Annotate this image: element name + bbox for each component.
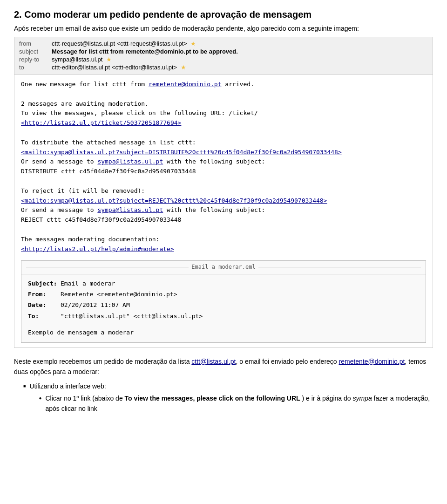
attachment-date-row: Date: 02/20/2012 11:07 AM <box>28 300 419 310</box>
attachment-subject-value: Email a moderar <box>61 278 115 289</box>
intro-text: Após receber um email de aviso que exist… <box>14 25 433 32</box>
email-line-reject-header: To reject it (it will be removed): <box>21 186 426 196</box>
email-line-docs: The messages moderating documentation: <box>21 235 426 245</box>
bold-view-messages: To view the messages, please click on th… <box>125 395 300 402</box>
email-to-row: to cttt-editor@listas.ul.pt <cttt-editor… <box>19 64 428 71</box>
web-step-1: Clicar no 1º link (abaixo de To view the… <box>39 393 433 414</box>
star-icon-replyto: ★ <box>106 56 112 63</box>
from-label: from <box>19 40 52 47</box>
email-line-or-send-reject: Or send a message to sympa@listas.ul.pt … <box>21 205 426 215</box>
email-body: One new message for list cttt from remet… <box>14 75 433 347</box>
attachment-from-label: From: <box>28 289 61 300</box>
option-web-interface: Utilizando a interface web: Clicar no 1º… <box>23 381 433 416</box>
email-replyto-row: reply-to sympa@listas.ul.pt ★ <box>19 56 428 63</box>
reject-subject: REJECT cttt c45f04d8e7f30f9c0a2d95490703… <box>21 215 426 225</box>
email-attachment: Email a moderar.eml Subject: Email a mod… <box>21 260 426 343</box>
option-web-label: Utilizando a interface web: <box>29 382 106 390</box>
email-line-distribute-header: To distribute the attached message in li… <box>21 138 426 148</box>
email-line-2: 2 messages are awaiting moderation. <box>21 99 426 109</box>
attachment-line-right <box>258 267 421 267</box>
attachment-date-value: 02/20/2012 11:07 AM <box>61 300 130 310</box>
attachment-headers: Subject: Email a moderar From: Remetente… <box>21 274 426 326</box>
attachment-to-row: To: "cttt@listas.ul.pt" <cttt@listas.ul.… <box>28 311 419 321</box>
web-interface-steps: Clicar no 1º link (abaixo de To view the… <box>29 393 433 414</box>
footer-text-2: , o email foi enviado pelo endereço <box>236 358 339 365</box>
footer-text-1: Neste exemplo recebemos um pedido de mod… <box>14 358 191 365</box>
star-icon-to: ★ <box>181 64 186 71</box>
sympa-link-distribute[interactable]: sympa@listas.ul.pt <box>97 158 163 165</box>
to-label: to <box>19 64 52 71</box>
attachment-body-text: Exemplo de mensagem a moderar <box>28 328 419 338</box>
replyto-label: reply-to <box>19 56 52 63</box>
email-headers: from cttt-request@listas.ul.pt <cttt-req… <box>14 37 433 75</box>
remetente-link[interactable]: remetente@dominio.pt <box>339 358 405 365</box>
sympa-link-reject[interactable]: sympa@listas.ul.pt <box>97 206 163 213</box>
attachment-to-label: To: <box>28 311 61 321</box>
attachment-from-value: Remetente <remetente@dominio.pt> <box>61 289 177 300</box>
footer-text: Neste exemplo recebemos um pedido de mod… <box>14 356 433 377</box>
email-preview-box: from cttt-request@listas.ul.pt <cttt-req… <box>14 37 433 348</box>
reject-link[interactable]: <mailto:sympa@listas.ul.pt?subject=REJEC… <box>21 196 426 206</box>
attachment-line-left <box>26 267 189 267</box>
email-line-3: To view the messages, please click on th… <box>21 109 426 118</box>
distribute-link[interactable]: <mailto:sympa@listas.ul.pt?subject=DISTR… <box>21 148 426 157</box>
attachment-from-row: From: Remetente <remetente@dominio.pt> <box>28 289 419 300</box>
email-line-or-send-distribute: Or send a message to sympa@listas.ul.pt … <box>21 157 426 167</box>
subject-label: subject <box>19 48 52 55</box>
attachment-date-label: Date: <box>28 300 61 310</box>
email-from-row: from cttt-request@listas.ul.pt <cttt-req… <box>19 40 428 47</box>
attachment-subject-row: Subject: Email a moderar <box>28 278 419 289</box>
page-heading: 2. Como moderar um pedido pendente de ap… <box>14 9 433 20</box>
attachment-to-value: "cttt@listas.ul.pt" <cttt@listas.ul.pt> <box>61 311 203 321</box>
options-list: Utilizando a interface web: Clicar no 1º… <box>14 381 433 416</box>
from-value: cttt-request@listas.ul.pt <cttt-request@… <box>52 40 196 47</box>
attachment-label: Email a moderar.eml <box>21 261 426 274</box>
replyto-value: sympa@listas.ul.pt ★ <box>52 56 112 63</box>
email-line-1: One new message for list cttt from remet… <box>21 80 426 89</box>
ticket-link[interactable]: <http://listas2.ul.pt/ticket/50372051877… <box>21 118 426 128</box>
star-icon: ★ <box>190 40 196 47</box>
docs-link[interactable]: <http://listas2.ul.pt/help/admin#moderat… <box>21 245 426 254</box>
sympa-italic: sympa <box>353 395 372 402</box>
subject-value: Message for list cttt from remetente@dom… <box>52 48 238 55</box>
cttt-link[interactable]: cttt@listas.ul.pt <box>191 358 236 365</box>
attachment-subject-label: Subject: <box>28 278 61 289</box>
to-value: cttt-editor@listas.ul.pt <cttt-editor@li… <box>52 64 186 71</box>
email-subject-row: subject Message for list cttt from remet… <box>19 48 428 55</box>
distribute-subject: DISTRIBUTE cttt c45f04d8e7f30f9c0a2d9549… <box>21 167 426 177</box>
sender-email-link[interactable]: remetente@dominio.pt <box>149 81 222 88</box>
attachment-body: Exemplo de mensagem a moderar <box>21 325 426 342</box>
attachment-filename: Email a moderar.eml <box>191 263 255 272</box>
